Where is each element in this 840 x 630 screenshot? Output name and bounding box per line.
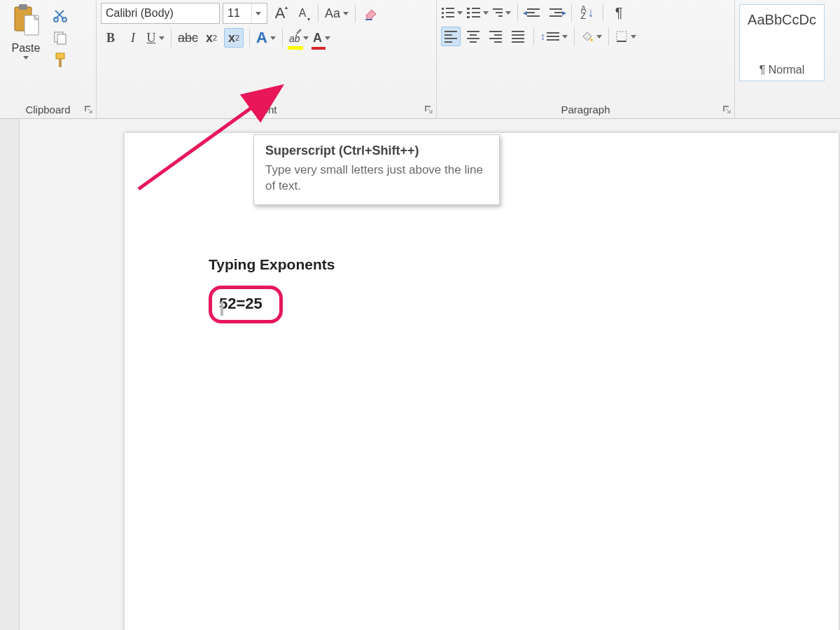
font-group-label: Font	[101, 102, 432, 118]
svg-rect-6	[57, 34, 66, 44]
paste-icon	[10, 3, 41, 39]
align-left-button[interactable]	[441, 27, 461, 46]
clear-formatting-button[interactable]	[361, 4, 381, 23]
svg-rect-10	[617, 31, 626, 41]
justify-icon	[512, 31, 524, 43]
strikethrough-button[interactable]: abc	[177, 28, 199, 48]
separator	[603, 4, 603, 22]
numbering-icon	[467, 8, 480, 18]
underline-button[interactable]: U	[146, 28, 165, 48]
multilevel-icon	[493, 8, 503, 17]
bullets-button[interactable]	[441, 3, 463, 22]
group-clipboard: Paste Clipboard	[0, 0, 97, 118]
doc-heading: Typing Exponents	[209, 256, 755, 273]
text-cursor	[220, 302, 223, 316]
group-styles: AaBbCcDc ¶ Normal	[735, 0, 840, 118]
paste-button[interactable]: Paste	[4, 3, 48, 102]
separator	[249, 29, 250, 47]
italic-button[interactable]: I	[123, 28, 143, 48]
highlight-button[interactable]: ab	[288, 28, 309, 48]
line-spacing-icon	[547, 32, 559, 41]
font-name-combo[interactable]	[101, 3, 220, 24]
align-center-button[interactable]	[463, 27, 483, 46]
separator	[571, 4, 572, 22]
font-size-combo[interactable]	[223, 3, 267, 24]
line-spacing-button[interactable]: ↕	[540, 27, 568, 46]
cut-button[interactable]	[50, 6, 70, 25]
decrease-indent-icon	[527, 8, 540, 17]
font-launcher[interactable]	[424, 104, 433, 114]
show-marks-button[interactable]: ¶	[609, 3, 629, 22]
font-size-dropdown[interactable]	[251, 4, 264, 23]
borders-icon	[615, 30, 628, 43]
style-tile-normal[interactable]: AaBbCcDc ¶ Normal	[739, 4, 825, 81]
svg-rect-8	[59, 59, 62, 67]
separator	[533, 27, 534, 46]
separator	[282, 29, 283, 47]
subscript-button[interactable]: x2	[202, 28, 221, 48]
copy-icon	[52, 30, 68, 46]
scissors-icon	[52, 8, 68, 23]
eraser-icon	[363, 6, 379, 21]
style-sample: AaBbCcDc	[748, 12, 816, 28]
align-left-icon	[444, 31, 457, 43]
vertical-ruler[interactable]	[0, 119, 20, 630]
sort-button[interactable]: AZ↓	[578, 3, 597, 22]
shrink-font-button[interactable]: A▾	[293, 4, 312, 23]
tooltip-body: Type very small letters just above the l…	[265, 162, 488, 195]
separator	[318, 4, 318, 22]
separator	[171, 29, 172, 47]
text-effects-button[interactable]: A	[255, 28, 276, 48]
group-paragraph: ◂ ▸ AZ↓ ¶ ↕ Paragraph	[437, 0, 735, 118]
justify-button[interactable]	[508, 27, 528, 46]
paint-bucket-icon	[581, 30, 594, 43]
borders-button[interactable]	[615, 27, 637, 46]
paste-dropdown[interactable]	[22, 56, 29, 59]
decrease-indent-button[interactable]: ◂	[524, 3, 543, 22]
separator	[608, 27, 609, 46]
font-size-input[interactable]	[223, 4, 251, 23]
copy-button[interactable]	[50, 28, 70, 48]
svg-rect-1	[19, 4, 27, 10]
group-font: A▴ A▾ Aa B I U abc x2 x2 A	[97, 0, 437, 118]
increase-indent-button[interactable]: ▸	[546, 3, 566, 22]
ribbon: Paste Clipboard	[0, 0, 840, 119]
paragraph-launcher[interactable]	[722, 104, 732, 114]
font-color-button[interactable]: A	[312, 28, 332, 48]
separator	[574, 27, 575, 46]
clipboard-group-label: Clipboard	[4, 102, 92, 118]
superscript-button[interactable]: x2	[224, 28, 244, 48]
svg-rect-7	[56, 53, 64, 59]
separator	[355, 4, 356, 22]
grow-font-button[interactable]: A▴	[270, 4, 290, 23]
shading-button[interactable]	[580, 27, 603, 46]
svg-point-4	[62, 18, 66, 22]
tooltip-superscript: Superscript (Ctrl+Shift++) Type very sma…	[253, 134, 500, 205]
numbering-button[interactable]	[466, 3, 489, 22]
tooltip-title: Superscript (Ctrl+Shift++)	[265, 144, 488, 158]
align-right-icon	[489, 31, 502, 43]
svg-point-3	[54, 18, 58, 22]
align-right-button[interactable]	[486, 27, 505, 46]
equation-highlight: 52=25	[209, 286, 283, 323]
style-name: ¶ Normal	[760, 64, 805, 76]
format-painter-icon	[52, 52, 68, 69]
svg-point-9	[590, 38, 593, 41]
change-case-button[interactable]: Aa	[324, 4, 349, 23]
highlighter-pen-icon	[295, 27, 303, 36]
increase-indent-icon	[550, 8, 562, 17]
paste-label: Paste	[12, 42, 41, 55]
clipboard-launcher[interactable]	[83, 104, 93, 114]
bold-button[interactable]: B	[101, 28, 120, 48]
equation-text: 52=25	[219, 295, 262, 312]
separator	[517, 4, 518, 22]
paragraph-group-label: Paragraph	[441, 102, 730, 118]
multilevel-list-button[interactable]	[492, 3, 512, 22]
document-page[interactable]: Typing Exponents 52=25	[125, 133, 839, 630]
bullets-icon	[442, 8, 454, 18]
format-painter-button[interactable]	[50, 50, 70, 70]
align-center-icon	[467, 31, 479, 43]
